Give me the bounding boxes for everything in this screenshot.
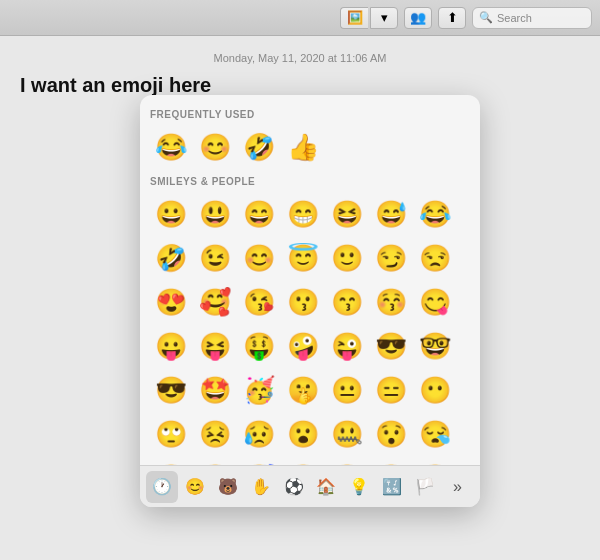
emoji-cell[interactable]: 😁 <box>282 193 324 235</box>
emoji-cell[interactable]: 😃 <box>194 193 236 235</box>
emoji-cell[interactable]: 🙂 <box>326 237 368 279</box>
emoji-cell[interactable]: 😒 <box>414 457 456 465</box>
view-toggle-group: 🖼️ ▾ <box>340 7 398 29</box>
emoji-cell[interactable]: 🤩 <box>194 369 236 411</box>
frequently-used-grid: 😂😊🤣👍 <box>150 126 470 168</box>
emoji-scroll-area[interactable]: FREQUENTLY USED 😂😊🤣👍 SMILEYS & PEOPLE 😀😃… <box>140 95 480 465</box>
category-button-more[interactable]: » <box>442 471 474 503</box>
emoji-cell[interactable]: 😂 <box>414 193 456 235</box>
category-button-flags[interactable]: 🏳️ <box>409 471 441 503</box>
emoji-cell[interactable]: 🥳 <box>238 369 280 411</box>
smileys-label: SMILEYS & PEOPLE <box>150 176 470 187</box>
emoji-cell[interactable]: 😯 <box>370 413 412 455</box>
message-text: I want an emoji here <box>20 74 580 97</box>
toolbar: 🖼️ ▾ 👥 ⬆ 🔍 Search <box>0 0 600 36</box>
emoji-cell[interactable]: 😘 <box>238 281 280 323</box>
list-view-button[interactable]: 🖼️ <box>340 7 368 29</box>
emoji-cell[interactable]: 😔 <box>370 457 412 465</box>
smileys-grid: 😀😃😄😁😆😅😂🤣😉😊😇🙂😏😒😍🥰😘😗😙😚😋😛😝🤑🤪😜😎🤓😎🤩🥳🤫😐😑😶🙄😣😥😮🤐… <box>150 193 470 465</box>
emoji-cell[interactable]: 👍 <box>282 126 324 168</box>
emoji-cell[interactable]: 😛 <box>150 325 192 367</box>
emoji-cell[interactable]: 😒 <box>414 237 456 279</box>
emoji-cell[interactable]: 😄 <box>238 193 280 235</box>
emoji-cell[interactable]: 😣 <box>194 413 236 455</box>
emoji-cell[interactable]: 🤓 <box>414 325 456 367</box>
emoji-cell[interactable]: 😗 <box>282 281 324 323</box>
emoji-cell[interactable]: 🤑 <box>238 325 280 367</box>
category-button-travel[interactable]: 🏠 <box>310 471 342 503</box>
emoji-cell[interactable]: 😥 <box>238 413 280 455</box>
emoji-cell[interactable]: 🥱 <box>194 457 236 465</box>
emoji-cell[interactable]: 🥰 <box>194 281 236 323</box>
emoji-cell[interactable]: 😆 <box>326 193 368 235</box>
emoji-cell[interactable]: 😌 <box>282 457 324 465</box>
emoji-cell[interactable]: 😐 <box>326 369 368 411</box>
emoji-cell[interactable]: 🙄 <box>150 413 192 455</box>
emoji-cell[interactable]: 😊 <box>238 237 280 279</box>
category-button-objects[interactable]: 💡 <box>343 471 375 503</box>
emoji-cell[interactable]: 😏 <box>370 237 412 279</box>
emoji-cell[interactable]: 😝 <box>194 325 236 367</box>
emoji-picker: FREQUENTLY USED 😂😊🤣👍 SMILEYS & PEOPLE 😀😃… <box>140 95 480 507</box>
emoji-cell[interactable]: 😎 <box>150 369 192 411</box>
date-label: Monday, May 11, 2020 at 11:06 AM <box>20 52 580 64</box>
emoji-cell[interactable]: 😙 <box>326 281 368 323</box>
contacts-button[interactable]: 👥 <box>404 7 432 29</box>
emoji-cell[interactable]: 😊 <box>194 126 236 168</box>
emoji-cell[interactable]: 😉 <box>194 237 236 279</box>
category-button-symbols[interactable]: 🔣 <box>376 471 408 503</box>
emoji-cell[interactable]: 😇 <box>282 237 324 279</box>
emoji-cell[interactable]: 😎 <box>370 325 412 367</box>
category-button-body[interactable]: ✋ <box>245 471 277 503</box>
emoji-cell[interactable]: 😅 <box>370 193 412 235</box>
category-button-recent[interactable]: 🕐 <box>146 471 178 503</box>
search-icon: 🔍 <box>479 11 493 24</box>
emoji-cell[interactable]: 😜 <box>326 325 368 367</box>
emoji-category-bar: 🕐😊🐻✋⚽🏠💡🔣🏳️» <box>140 465 480 507</box>
emoji-cell[interactable]: 😑 <box>370 369 412 411</box>
emoji-cell[interactable]: 😋 <box>414 281 456 323</box>
emoji-cell[interactable]: 😴 <box>238 457 280 465</box>
emoji-cell[interactable]: 😂 <box>150 126 192 168</box>
category-button-smileys[interactable]: 😊 <box>179 471 211 503</box>
emoji-cell[interactable]: 😫 <box>150 457 192 465</box>
emoji-cell[interactable]: 🤐 <box>326 413 368 455</box>
emoji-cell[interactable]: 🤫 <box>282 369 324 411</box>
emoji-cell[interactable]: 😚 <box>370 281 412 323</box>
emoji-cell[interactable]: 😍 <box>150 281 192 323</box>
search-box[interactable]: 🔍 Search <box>472 7 592 29</box>
emoji-cell[interactable]: 🤪 <box>282 325 324 367</box>
emoji-cell[interactable]: 😶 <box>414 369 456 411</box>
category-button-activities[interactable]: ⚽ <box>278 471 310 503</box>
emoji-cell[interactable]: 😪 <box>414 413 456 455</box>
emoji-cell[interactable]: 😛 <box>326 457 368 465</box>
emoji-cell[interactable]: 😮 <box>282 413 324 455</box>
emoji-cell[interactable]: 😀 <box>150 193 192 235</box>
gallery-view-button[interactable]: ▾ <box>370 7 398 29</box>
category-button-animals[interactable]: 🐻 <box>212 471 244 503</box>
frequently-used-label: FREQUENTLY USED <box>150 109 470 120</box>
share-button[interactable]: ⬆ <box>438 7 466 29</box>
emoji-cell[interactable]: 🤣 <box>150 237 192 279</box>
search-placeholder: Search <box>497 12 532 24</box>
emoji-cell[interactable]: 🤣 <box>238 126 280 168</box>
